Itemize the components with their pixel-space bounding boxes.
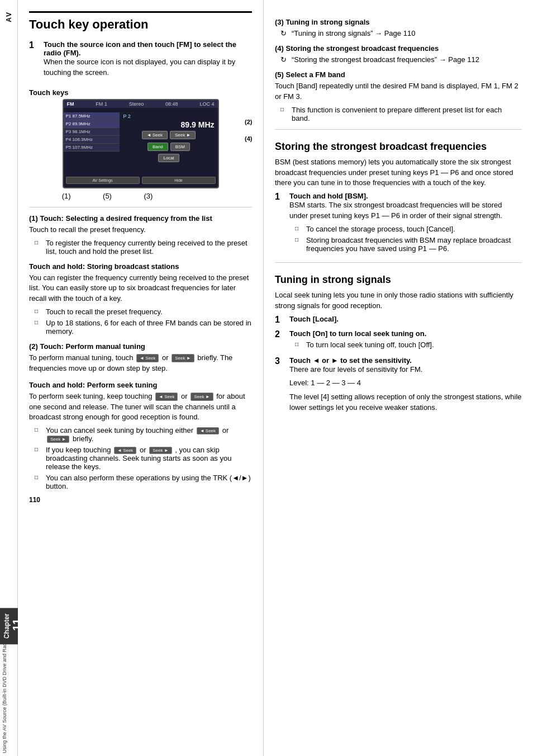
local-step-2-heading: Touch [On] to turn local seek tuning on. <box>289 329 522 338</box>
bsm-step-1-content: Touch and hold [BSM]. BSM starts. The si… <box>289 192 522 256</box>
checkbox-icon-1: □ <box>35 239 42 245</box>
local-step-1-number: 1 <box>275 315 287 325</box>
local-step-3: 3 Touch ◄ or ► to set the sensitivity. T… <box>275 356 522 417</box>
preset-item-4[interactable]: P4 106.3MHz <box>64 136 120 144</box>
touch-hold-heading: Touch and hold: Storing broadcast statio… <box>29 262 252 271</box>
local-step-3-content: Touch ◄ or ► to set the sensitivity. The… <box>289 356 522 417</box>
sub3-heading: (3) Tuning in strong signals <box>275 18 522 26</box>
sidebar-chapter-number: 11 <box>11 613 23 636</box>
sub1-body: Touch to recall the preset frequency. <box>29 225 252 235</box>
av-settings-btn[interactable]: AV Settings <box>66 177 140 184</box>
page-title: Touch key operation <box>29 11 252 32</box>
seek-tuning-body: To perform seek tuning, keep touching ◄ … <box>29 391 252 423</box>
hide-btn[interactable]: Hide <box>142 177 216 184</box>
sub2-heading: (2) Touch: Perform manual tuning <box>29 342 252 351</box>
screen-wrapper: FM FM 1 Stereo 08:48 LOC 4 P1 87.5MHz P2… <box>51 99 230 188</box>
sub1-checkbox1: □ To register the frequency currently be… <box>35 239 252 256</box>
sub2-body: To perform manual tuning, touch ◄ Seek o… <box>29 353 252 374</box>
local-step-3-number: 3 <box>275 356 287 366</box>
section3-title: Tuning in strong signals <box>275 274 522 286</box>
trk-text: You can also perform these operations by… <box>46 474 252 490</box>
seek-back-inline: ◄ Seek <box>136 354 159 363</box>
seek-tuning-heading: Touch and hold: Perform seek tuning <box>29 381 252 389</box>
screen-loc-label: LOC 4 <box>199 101 214 107</box>
screen-fm-label: FM <box>67 101 74 107</box>
step-1-number: 1 <box>29 40 41 50</box>
left-column: Touch key operation 1 Touch the source i… <box>18 0 264 756</box>
local-step-2: 2 Touch [On] to turn local seek tuning o… <box>275 329 522 352</box>
sub5-heading: (5) Select a FM band <box>275 70 522 79</box>
preset-item-2[interactable]: P2 89.9MHz <box>64 120 120 128</box>
bsm-checkbox-2-text: Storing broadcast frequencies with BSM m… <box>306 236 522 253</box>
stations-checkbox: □ Up to 18 stations, 6 for each of three… <box>35 319 252 336</box>
checkbox-icon-local2: □ <box>295 341 303 347</box>
local-step-2-number: 2 <box>275 329 287 339</box>
bsm-step-1: 1 Touch and hold [BSM]. BSM starts. The … <box>275 192 522 256</box>
step-1-heading: Touch the source icon and then touch [FM… <box>44 40 252 57</box>
local-btn[interactable]: Local <box>158 154 179 162</box>
bsm-checkbox-1: □ To cancel the storage process, touch [… <box>295 225 522 233</box>
step-1-content: Touch the source icon and then touch [FM… <box>44 40 252 82</box>
local-step-3-body2: Level: 1 — 2 — 3 — 4 <box>289 378 522 389</box>
seek-cancel-checkbox: □ You can cancel seek tuning by touching… <box>35 426 252 443</box>
checkbox-icon-seek2: □ <box>35 446 42 452</box>
checkbox-icon-sub5: □ <box>280 106 288 112</box>
preset-list: P1 87.5MHz P2 89.9MHz P3 98.1MHz P4 106.… <box>64 112 120 152</box>
section3-body: Local seek tuning lets you tune in only … <box>275 290 522 311</box>
step-1-body: When the source icon is not displayed, y… <box>44 57 252 78</box>
screen-stereo-label: Stereo <box>129 101 144 107</box>
sub3-arrow-text: “Tuning in strong signals” → Page 110 <box>292 29 415 37</box>
bsm-checkbox-1-text: To cancel the storage process, touch [Ca… <box>306 225 455 233</box>
right-column: (3) Tuning in strong signals ↻ “Tuning i… <box>264 0 533 756</box>
seek-back-inline3: ◄ Seek <box>197 427 219 434</box>
fm-screen: FM FM 1 Stereo 08:48 LOC 4 P1 87.5MHz P2… <box>63 99 219 188</box>
seek-fwd-inline3: Seek ► <box>47 436 69 443</box>
seek-back-inline4: ◄ Seek <box>114 447 136 454</box>
callout-1-label: (1) <box>62 192 71 200</box>
local-step-3-body3: The level [4] setting allows reception o… <box>289 392 522 413</box>
band-btn[interactable]: Band <box>147 143 168 151</box>
sub4-arrow-text: “Storing the strongest broadcast frequen… <box>292 55 479 64</box>
checkbox-icon-bsm1: □ <box>295 225 303 231</box>
bsm-btn[interactable]: BSM <box>170 143 190 151</box>
seek-skip-text: If you keep touching ◄ Seek or Seek ► , … <box>46 446 252 471</box>
callout-3-label: (3) <box>144 192 153 200</box>
bsm-checkbox-2: □ Storing broadcast frequencies with BSM… <box>295 236 522 253</box>
checkbox-icon-bsm2: □ <box>295 237 303 243</box>
section2-body: BSM (best stations memory) lets you auto… <box>275 157 522 189</box>
local-step-2-checkbox: □ To turn local seek tuning off, touch [… <box>295 341 522 349</box>
stations-text: Up to 18 stations, 6 for each of three F… <box>46 319 252 336</box>
seek-skip-checkbox: □ If you keep touching ◄ Seek or Seek ► … <box>35 446 252 471</box>
local-step-3-heading: Touch ◄ or ► to set the sensitivity. <box>289 356 522 365</box>
callout-5-label: (5) <box>103 192 112 200</box>
recall-text: Touch to recall the preset frequency. <box>46 308 163 316</box>
seek-cancel-text: You can cancel seek tuning by touching e… <box>46 426 252 443</box>
sub4-heading: (4) Storing the strongest broadcast freq… <box>275 44 522 53</box>
bsm-step-1-heading: Touch and hold [BSM]. <box>289 192 522 200</box>
seek-fwd-btn[interactable]: Seek ► <box>170 131 196 139</box>
screen-freq-large: 89.9 MHz <box>120 120 218 129</box>
bsm-step-1-number: 1 <box>275 192 287 202</box>
section2-title: Storing the strongest broadcast frequenc… <box>275 141 522 153</box>
screen-band-bsm-row: Band BSM <box>120 141 218 153</box>
callout-row: (1) (5) (3) <box>46 192 169 200</box>
screen-fm1-label: FM 1 <box>96 101 107 107</box>
screen-time-label: 08:48 <box>165 101 178 107</box>
seek-back-btn[interactable]: ◄ Seek <box>142 131 168 139</box>
arrow-icon-4: ↻ <box>280 55 289 64</box>
screen-bottom-row: AV Settings Hide <box>64 176 218 185</box>
screen-p2: P 2 <box>123 114 131 119</box>
seek-back-inline2: ◄ Seek <box>155 393 178 401</box>
preset-item-3[interactable]: P3 98.1MHz <box>64 128 120 136</box>
preset-item-1[interactable]: P1 87.5MHz <box>64 112 120 120</box>
local-step-2-checkbox-text: To turn local seek tuning off, touch [Of… <box>306 341 434 349</box>
sidebar-av-label: AV <box>5 11 13 22</box>
preset-item-5[interactable]: P5 107.9MHz <box>64 144 120 152</box>
local-step-1-content: Touch [Local]. <box>289 315 522 323</box>
callout-4: (4) <box>245 135 252 142</box>
callout-2: (2) <box>245 119 252 125</box>
seek-fwd-inline2: Seek ► <box>191 393 213 401</box>
sidebar: AV Chapter 11 Using the AV Source (Built… <box>0 0 18 756</box>
local-step-3-body1: There are four levels of sensitivity for… <box>289 365 522 375</box>
checkbox-icon-trk: □ <box>35 474 42 480</box>
